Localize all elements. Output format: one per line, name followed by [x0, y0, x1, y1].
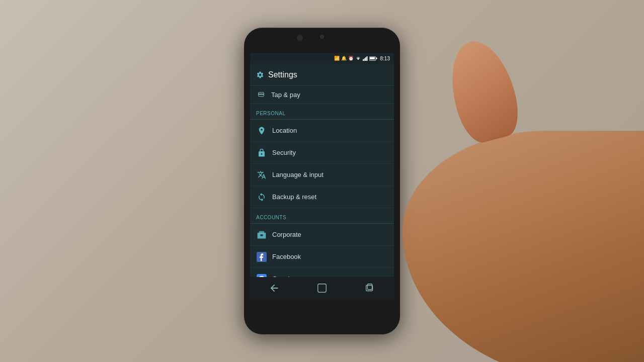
svg-rect-5	[376, 58, 377, 59]
tap-pay-label: Tap & pay	[271, 91, 300, 99]
bell-icon: 🔔	[341, 56, 347, 61]
backup-label: Backup & reset	[272, 193, 316, 201]
corporate-label: Corporate	[272, 231, 301, 238]
facebook-icon	[256, 251, 267, 262]
language-icon	[256, 169, 267, 180]
tap-pay-icon	[256, 90, 266, 100]
settings-header: Settings	[250, 64, 394, 86]
location-item[interactable]: Location	[250, 120, 394, 142]
settings-gear-icon	[256, 71, 264, 79]
language-label: Language & input	[272, 171, 324, 178]
accounts-section-header: ACCOUNTS	[250, 208, 394, 223]
home-button[interactable]	[316, 283, 328, 294]
tap-pay-item[interactable]: Tap & pay	[250, 86, 394, 104]
hand-overlay	[403, 131, 644, 362]
language-item[interactable]: Language & input	[250, 164, 394, 186]
phone-bottom	[244, 299, 400, 312]
security-item[interactable]: Security	[250, 142, 394, 164]
svg-rect-6	[370, 57, 375, 59]
svg-rect-3	[366, 56, 367, 61]
facebook-item[interactable]: Facebook	[250, 246, 394, 268]
status-bar: 📶 🔔 ⏰	[250, 53, 394, 64]
phone-top	[244, 28, 400, 53]
settings-title: Settings	[268, 70, 297, 79]
svg-rect-19	[318, 284, 327, 293]
security-icon	[256, 147, 267, 158]
svg-rect-2	[365, 57, 366, 61]
svg-rect-10	[259, 231, 264, 233]
personal-section-title: PERSONAL	[256, 111, 285, 116]
recents-button[interactable]	[364, 283, 375, 294]
nav-bar	[250, 277, 394, 299]
settings-list[interactable]: Tap & pay PERSONAL Location	[250, 86, 394, 277]
svg-rect-11	[261, 234, 263, 236]
phone-camera	[320, 35, 324, 39]
svg-rect-0	[363, 59, 364, 61]
accounts-section-title: ACCOUNTS	[256, 215, 286, 220]
corporate-item[interactable]: Corporate	[250, 224, 394, 246]
back-button[interactable]	[269, 283, 280, 294]
google-icon	[256, 274, 267, 278]
phone-speaker	[297, 35, 303, 41]
location-icon	[256, 125, 267, 136]
phone-device: 📶 🔔 ⏰	[244, 28, 400, 334]
svg-rect-21	[368, 284, 372, 290]
phone-screen: 📶 🔔 ⏰	[250, 53, 394, 299]
status-time: 8:13	[380, 56, 390, 61]
scene: 📶 🔔 ⏰	[0, 0, 644, 362]
hand-finger	[441, 34, 525, 147]
personal-section-header: PERSONAL	[250, 104, 394, 119]
svg-rect-20	[366, 286, 373, 291]
facebook-label: Facebook	[272, 253, 301, 260]
alarm-icon: ⏰	[348, 56, 354, 61]
backup-icon	[256, 192, 267, 203]
status-icons: 📶 🔔 ⏰	[334, 56, 390, 61]
corporate-icon	[256, 229, 267, 240]
battery-icon	[369, 56, 377, 61]
bluetooth-icon: 📶	[334, 56, 340, 61]
svg-rect-8	[259, 94, 264, 95]
signal-icon	[363, 56, 368, 61]
svg-rect-1	[364, 58, 365, 61]
security-label: Security	[272, 149, 296, 156]
backup-item[interactable]: Backup & reset	[250, 186, 394, 208]
location-label: Location	[272, 127, 297, 134]
wifi-icon	[355, 56, 361, 61]
google-item[interactable]: Google	[250, 268, 394, 277]
